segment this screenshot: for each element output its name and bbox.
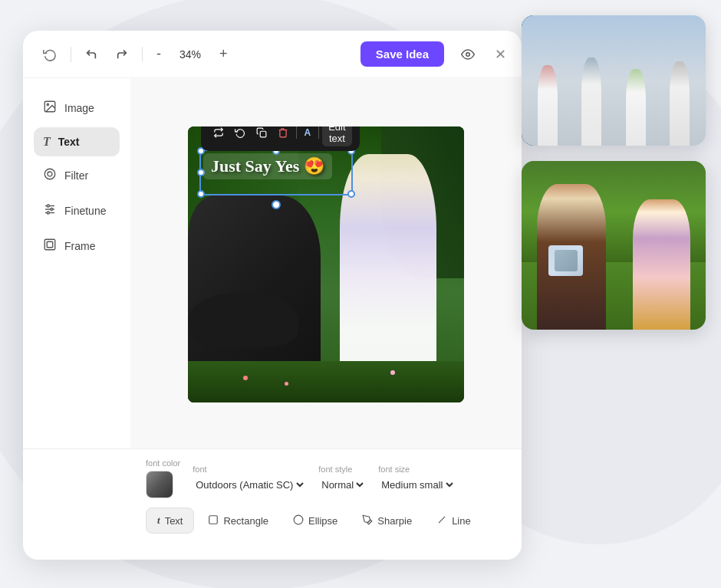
finetune-icon — [43, 202, 57, 219]
canvas-area[interactable]: A Edit text Just Say Yes 😍 — [130, 77, 522, 452]
float-toolbar: A Edit text — [201, 126, 360, 151]
font-style-select[interactable]: Normal Bold Italic — [318, 477, 366, 493]
frame-icon — [43, 238, 57, 255]
team-right-bg — [604, 15, 706, 146]
line-icon — [436, 514, 447, 527]
zoom-value: 34% — [175, 48, 206, 61]
rotate-button[interactable] — [230, 126, 250, 140]
toolbar-divider-1 — [71, 47, 71, 62]
ellipse-tool-label: Ellipse — [308, 515, 337, 527]
sidebar-item-filter[interactable]: Filter — [34, 159, 120, 192]
redo-button[interactable] — [111, 45, 133, 64]
shape-tool-sharpie[interactable]: Sharpie — [351, 508, 423, 534]
toolbar: - 34% + Save Idea ✕ — [23, 31, 522, 78]
duplicate-button[interactable] — [252, 126, 272, 140]
text-tool-label: Text — [165, 515, 183, 527]
sidebar-item-frame[interactable]: Frame — [34, 230, 120, 262]
sidebar-item-image[interactable]: Image — [34, 92, 120, 124]
close-button[interactable]: ✕ — [495, 46, 506, 63]
handle-br[interactable] — [347, 190, 355, 198]
edit-text-button[interactable]: Edit text — [322, 126, 352, 146]
font-size-group: font size Medium small Small Medium Larg… — [378, 465, 456, 493]
canvas-image[interactable]: A Edit text Just Say Yes 😍 — [188, 126, 464, 402]
image-placeholder: A Edit text Just Say Yes 😍 — [188, 126, 464, 402]
filter-icon — [43, 167, 57, 184]
bottom-panel: font color font Outdoors (Amatic SC) Mod… — [23, 448, 522, 560]
sidebar: Image T Text Filter Finetune — [23, 77, 130, 278]
svg-point-2 — [47, 103, 48, 105]
ellipse-icon — [293, 514, 304, 527]
delete-button[interactable] — [273, 126, 293, 140]
sharpie-icon — [362, 514, 373, 527]
svg-rect-14 — [209, 515, 218, 524]
undo-button[interactable] — [81, 45, 102, 64]
couple-image-container — [522, 161, 706, 330]
sidebar-item-text[interactable]: T Text — [34, 127, 120, 156]
text-color-button[interactable]: A — [300, 126, 316, 140]
flip-horizontal-button[interactable] — [209, 126, 229, 140]
svg-point-10 — [47, 212, 49, 214]
font-family-group: font Outdoors (Amatic SC) Modern Classic — [193, 465, 306, 493]
history-button[interactable] — [38, 44, 61, 64]
zoom-out-button[interactable]: - — [152, 43, 166, 65]
font-color-label: font color — [146, 458, 180, 468]
svg-point-9 — [51, 209, 53, 211]
font-size-label: font size — [378, 465, 456, 474]
svg-point-15 — [294, 515, 303, 524]
sidebar-label-image: Image — [64, 102, 94, 114]
sidebar-label-finetune: Finetune — [64, 205, 106, 217]
font-style-label: font style — [318, 465, 366, 474]
save-idea-button[interactable]: Save Idea — [360, 41, 444, 67]
svg-rect-12 — [47, 241, 53, 248]
font-controls-row: font color font Outdoors (Amatic SC) Mod… — [38, 458, 506, 498]
couple-photo — [522, 161, 706, 330]
svg-point-0 — [466, 52, 470, 56]
rectangle-icon — [208, 514, 219, 527]
team-image-container — [522, 15, 706, 146]
shape-tool-text[interactable]: t Text — [146, 508, 194, 534]
canvas-text[interactable]: Just Say Yes 😍 — [203, 153, 332, 179]
editor-panel: - 34% + Save Idea ✕ Image — [23, 31, 522, 560]
svg-point-8 — [47, 205, 49, 207]
svg-rect-13 — [260, 131, 266, 137]
shape-tool-ellipse[interactable]: Ellipse — [282, 508, 348, 534]
toolbar-divider-2 — [142, 47, 143, 62]
preview-button[interactable] — [456, 44, 479, 64]
sidebar-item-finetune[interactable]: Finetune — [34, 195, 120, 227]
shape-tools-row: t Text Rectangle Ellipse — [38, 508, 506, 534]
svg-rect-11 — [44, 239, 55, 250]
float-divider-1 — [296, 126, 297, 139]
shape-tool-line[interactable]: Line — [426, 508, 482, 534]
svg-point-4 — [48, 172, 52, 176]
float-divider-2 — [318, 126, 319, 139]
sidebar-label-filter: Filter — [64, 169, 88, 182]
line-tool-label: Line — [452, 515, 471, 527]
team-photo — [522, 15, 706, 146]
shape-tool-rectangle[interactable]: Rectangle — [197, 508, 279, 534]
svg-line-16 — [439, 516, 445, 522]
right-panel — [522, 15, 706, 330]
font-select[interactable]: Outdoors (Amatic SC) Modern Classic — [193, 477, 306, 493]
font-size-select[interactable]: Medium small Small Medium Large — [378, 477, 456, 493]
text-tool-icon: t — [157, 514, 160, 527]
team-img-inner — [522, 15, 706, 146]
svg-point-3 — [44, 169, 55, 179]
font-label: font — [193, 465, 306, 474]
sidebar-label-frame: Frame — [64, 240, 95, 252]
zoom-in-button[interactable]: + — [215, 43, 232, 65]
sidebar-label-text: Text — [58, 136, 80, 148]
text-icon: T — [43, 135, 51, 149]
font-color-group: font color — [146, 458, 180, 498]
sharpie-tool-label: Sharpie — [377, 515, 412, 527]
image-icon — [43, 100, 57, 117]
couple-img-inner — [522, 161, 706, 330]
rectangle-tool-label: Rectangle — [223, 515, 268, 527]
font-style-group: font style Normal Bold Italic — [318, 465, 366, 493]
font-color-swatch[interactable] — [146, 471, 173, 498]
handle-rotate[interactable] — [272, 200, 281, 209]
handle-bl[interactable] — [197, 190, 205, 198]
